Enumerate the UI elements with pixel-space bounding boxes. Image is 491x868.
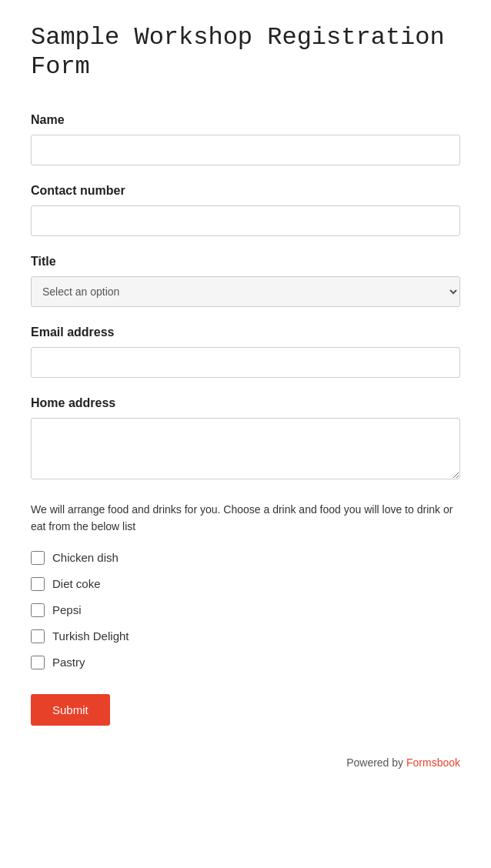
pastry-label[interactable]: Pastry	[52, 656, 85, 669]
name-field-group: Name	[31, 113, 460, 165]
turkish-delight-label[interactable]: Turkish Delight	[52, 629, 129, 643]
chicken-dish-group: Chicken dish	[31, 551, 460, 565]
pastry-checkbox[interactable]	[31, 656, 45, 669]
email-label: Email address	[31, 326, 460, 339]
contact-input[interactable]	[31, 205, 460, 236]
registration-form: Name Contact number Title Select an opti…	[31, 113, 460, 726]
pepsi-checkbox[interactable]	[31, 603, 45, 617]
address-textarea[interactable]	[31, 418, 460, 479]
title-select[interactable]: Select an option Mr Mrs Ms Dr Prof	[31, 276, 460, 307]
pepsi-group: Pepsi	[31, 603, 460, 617]
footer: Powered by Formsbook	[31, 756, 460, 769]
title-field-group: Title Select an option Mr Mrs Ms Dr Prof	[31, 255, 460, 307]
address-label: Home address	[31, 396, 460, 410]
contact-field-group: Contact number	[31, 184, 460, 236]
formsbook-link[interactable]: Formsbook	[406, 756, 460, 769]
address-field-group: Home address	[31, 396, 460, 482]
turkish-delight-group: Turkish Delight	[31, 629, 460, 643]
pepsi-label[interactable]: Pepsi	[52, 603, 82, 616]
title-label: Title	[31, 255, 460, 269]
page-title: Sample Workshop Registration Form	[31, 23, 460, 82]
chicken-dish-checkbox[interactable]	[31, 551, 45, 565]
email-input[interactable]	[31, 347, 460, 378]
diet-coke-checkbox[interactable]	[31, 577, 45, 591]
name-input[interactable]	[31, 135, 460, 165]
food-description: We will arrange food and drinks for you.…	[31, 501, 460, 536]
name-label: Name	[31, 113, 460, 127]
email-field-group: Email address	[31, 326, 460, 378]
powered-by-text: Powered by	[346, 756, 403, 769]
submit-button[interactable]: Submit	[31, 694, 110, 726]
contact-label: Contact number	[31, 184, 460, 198]
diet-coke-group: Diet coke	[31, 577, 460, 591]
chicken-dish-label[interactable]: Chicken dish	[52, 551, 119, 564]
pastry-group: Pastry	[31, 656, 460, 669]
turkish-delight-checkbox[interactable]	[31, 629, 45, 643]
diet-coke-label[interactable]: Diet coke	[52, 577, 101, 590]
